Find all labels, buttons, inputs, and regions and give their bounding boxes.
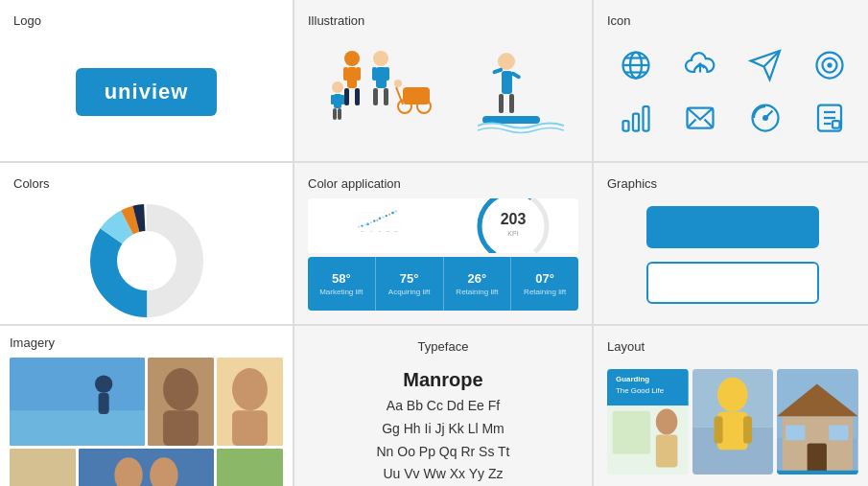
donut-chart <box>84 198 209 323</box>
svg-line-44 <box>688 119 696 127</box>
svg-point-64 <box>361 224 363 226</box>
svg-rect-88 <box>99 393 109 414</box>
imagery-6 <box>217 449 283 486</box>
send-icon-item <box>737 43 794 88</box>
document-icon <box>812 101 847 135</box>
svg-rect-94 <box>232 410 268 446</box>
svg-rect-11 <box>385 67 389 81</box>
color-application-label: Color application <box>308 176 578 191</box>
send-icon <box>748 48 783 82</box>
svg-point-87 <box>95 375 112 392</box>
svg-point-58 <box>118 232 176 289</box>
bar-item-1: 58° Marketing lift <box>308 257 376 311</box>
svg-point-72 <box>386 215 387 217</box>
cloud-icon-item <box>672 43 730 88</box>
illustration-section: Illustration <box>294 0 592 161</box>
typeface-line4: Uu Vv Ww Xx Yy Zz <box>384 466 504 481</box>
illustration-content <box>308 35 578 148</box>
layout-img-1: Guarding The Good Life <box>607 369 689 474</box>
layout-img-1-svg: Guarding The Good Life <box>607 369 689 474</box>
svg-point-23 <box>498 53 515 70</box>
icon-label: Icon <box>607 13 858 28</box>
svg-rect-10 <box>372 67 377 81</box>
typeface-line2: Gg Hh Ii Jj Kk Ll Mm <box>382 421 504 436</box>
svg-rect-1 <box>347 67 357 88</box>
imagery-grid <box>10 358 283 486</box>
svg-rect-9 <box>384 88 388 105</box>
imagery-2 <box>148 358 214 446</box>
svg-point-73 <box>388 214 390 216</box>
typeface-section: Typeface Manrope Aa Bb Cc Dd Ee Ff Gg Hh… <box>294 326 592 486</box>
layout-images: Guarding The Good Life <box>607 361 858 476</box>
bar-label-1: Marketing lift <box>319 288 363 296</box>
svg-point-93 <box>232 368 268 410</box>
imagery-5 <box>79 449 214 486</box>
typeface-line1: Aa Bb Cc Dd Ee Ff <box>387 398 500 413</box>
bar-item-4: 07° Retaining lift <box>511 257 578 311</box>
layout-img-2-svg <box>692 369 774 474</box>
svg-text:Fri: Fri <box>370 230 373 232</box>
svg-rect-133 <box>786 425 805 440</box>
bar-value-1: 58° <box>332 271 351 286</box>
bar-chart-icon <box>619 101 653 135</box>
icon-section: Icon <box>594 0 868 161</box>
svg-point-47 <box>762 115 768 121</box>
logo-wrapper: uniview <box>13 35 279 148</box>
color-app-content: Thu Fri Sat Sun Mon 203 KPI <box>308 198 578 311</box>
svg-point-66 <box>366 223 369 226</box>
cloud-icon <box>683 48 717 82</box>
svg-line-45 <box>705 119 714 127</box>
svg-rect-86 <box>10 410 145 446</box>
imagery-3 <box>217 358 283 446</box>
bar-label-2: Acquiring lift <box>388 288 431 296</box>
logo-section: Logo uniview <box>0 0 293 161</box>
svg-rect-42 <box>643 106 648 131</box>
svg-point-71 <box>382 216 384 218</box>
logo-label: Logo <box>13 13 279 28</box>
svg-rect-40 <box>622 121 628 131</box>
svg-rect-52 <box>833 121 840 128</box>
mail-icon-item <box>672 96 730 141</box>
svg-point-65 <box>364 224 366 226</box>
svg-rect-27 <box>492 67 504 75</box>
svg-text:KPI: KPI <box>508 230 519 237</box>
svg-rect-22 <box>338 108 341 120</box>
svg-text:Sat: Sat <box>379 230 382 232</box>
svg-point-6 <box>373 51 388 66</box>
svg-point-90 <box>163 368 199 410</box>
svg-point-68 <box>373 220 375 221</box>
analytics-icon <box>748 101 783 135</box>
mail-icon <box>683 101 717 135</box>
dot-chart: Thu Fri Sat Sun Mon <box>308 198 449 253</box>
svg-rect-25 <box>499 94 504 113</box>
svg-rect-5 <box>356 67 361 81</box>
svg-rect-26 <box>509 94 514 113</box>
bar-item-3: 26° Retaining lift <box>444 257 512 311</box>
layout-img-3: The Good Life <box>777 369 858 474</box>
svg-rect-41 <box>633 113 639 130</box>
donut-wrapper <box>13 198 279 323</box>
bar-value-2: 75° <box>400 271 419 286</box>
svg-rect-21 <box>333 108 337 120</box>
svg-point-0 <box>344 51 360 66</box>
svg-rect-8 <box>373 88 378 105</box>
globe-icon <box>619 48 653 82</box>
bar-value-3: 26° <box>468 271 487 286</box>
layout-label: Layout <box>607 339 858 354</box>
svg-text:Thu: Thu <box>361 230 364 232</box>
svg-point-16 <box>394 80 402 87</box>
typeface-sample: Aa Bb Cc Dd Ee Ff Gg Hh Ii Jj Kk Ll Mm N… <box>376 395 509 486</box>
typeface-line3: Nn Oo Pp Qq Rr Ss Tt <box>376 444 509 459</box>
svg-rect-119 <box>613 411 651 454</box>
svg-text:The Good Life: The Good Life <box>616 386 665 395</box>
svg-rect-126 <box>714 416 722 443</box>
svg-rect-91 <box>163 410 199 446</box>
svg-point-39 <box>829 64 832 67</box>
svg-rect-24 <box>502 71 512 94</box>
document-icon-item <box>802 96 859 141</box>
illustration-label: Illustration <box>308 13 578 28</box>
color-application-section: Color application <box>294 163 592 324</box>
bar-section: 58° Marketing lift 75° Acquiring lift 26… <box>308 257 578 311</box>
imagery-1 <box>10 358 145 446</box>
bar-label-4: Retaining lift <box>524 288 566 296</box>
